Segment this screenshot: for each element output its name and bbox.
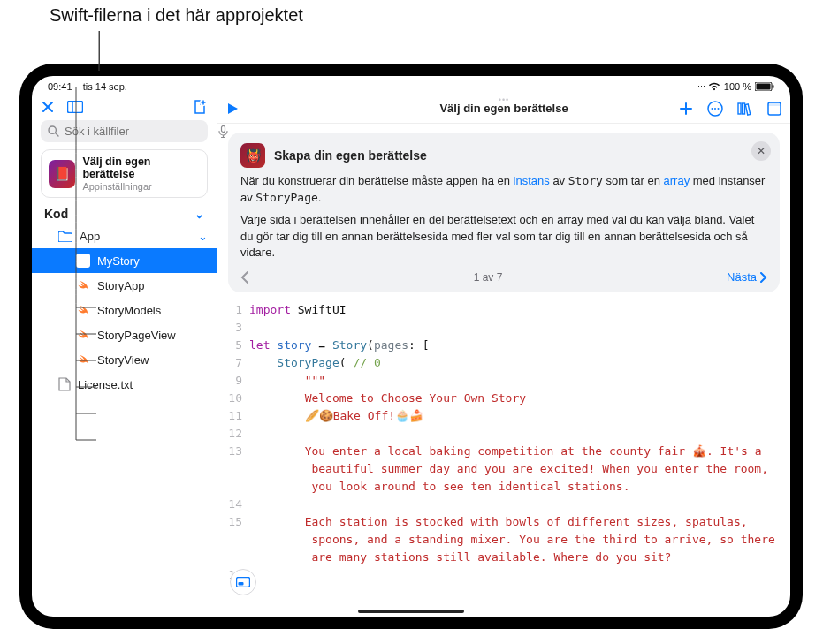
svg-point-16 bbox=[714, 108, 716, 110]
lesson-text: som tar en bbox=[603, 174, 664, 187]
swift-file-icon bbox=[76, 278, 90, 292]
file-row-storypageview[interactable]: StoryPageView bbox=[32, 322, 217, 347]
folder-label: App bbox=[80, 230, 100, 243]
new-file-icon[interactable] bbox=[192, 99, 208, 115]
chevron-down-icon: ⌄ bbox=[194, 208, 204, 221]
svg-rect-1 bbox=[757, 84, 771, 90]
lesson-title: Skapa din egen berättelse bbox=[274, 148, 427, 163]
lesson-pager: 1 av 7 Nästa bbox=[240, 270, 767, 284]
ipad-screen: 09:41 tis 14 sep. ⋯ 100 % bbox=[32, 76, 790, 617]
swift-file-icon bbox=[76, 328, 90, 342]
lesson-code-story: Story bbox=[568, 174, 603, 187]
file-row-mystory[interactable]: MyStory bbox=[32, 248, 217, 273]
battery-icon bbox=[755, 82, 774, 91]
status-bar: 09:41 tis 14 sep. ⋯ 100 % bbox=[32, 76, 790, 94]
status-left: 09:41 tis 14 sep. bbox=[48, 81, 127, 92]
svg-rect-18 bbox=[738, 103, 741, 114]
svg-point-15 bbox=[712, 108, 713, 110]
lesson-text: När du konstruerar din berättelse måste … bbox=[240, 174, 514, 187]
status-date: tis 14 sep. bbox=[83, 81, 127, 92]
file-label: StoryApp bbox=[97, 279, 144, 292]
swift-file-icon bbox=[76, 254, 90, 268]
lesson-link-instans[interactable]: instans bbox=[514, 174, 550, 187]
chevron-down-icon: ⌄ bbox=[198, 230, 208, 243]
folder-app[interactable]: App ⌄ bbox=[32, 224, 217, 248]
lesson-code-storypage: StoryPage bbox=[255, 191, 317, 204]
project-app-icon: 📕 bbox=[49, 160, 75, 188]
file-label: StoryModels bbox=[97, 304, 161, 317]
lesson-paragraph-2: Varje sida i berättelsen innehåller en d… bbox=[240, 212, 767, 262]
code-editor[interactable]: 1 3 5 7 9 10 11 12 13 14 15 bbox=[217, 298, 790, 617]
lesson-card: ✕ 👹 Skapa din egen berättelse När du kon… bbox=[228, 133, 780, 292]
svg-rect-22 bbox=[768, 102, 781, 106]
project-title: Välj din egen berättelse bbox=[82, 155, 200, 181]
lesson-body: När du konstruerar din berättelse måste … bbox=[240, 173, 767, 261]
close-icon[interactable] bbox=[41, 100, 55, 114]
section-label: Kod bbox=[44, 207, 68, 221]
preview-icon[interactable] bbox=[767, 101, 781, 117]
home-indicator[interactable] bbox=[358, 610, 464, 613]
svg-rect-24 bbox=[239, 582, 244, 586]
swift-file-icon bbox=[76, 352, 90, 367]
folder-icon bbox=[58, 231, 72, 242]
svg-line-7 bbox=[56, 133, 59, 137]
lesson-prev-button[interactable] bbox=[240, 271, 249, 284]
file-row-license[interactable]: License.txt bbox=[32, 372, 217, 397]
main-pane: ••• Välj din egen berättelse bbox=[217, 94, 790, 617]
ipad-device-frame: 09:41 tis 14 sep. ⋯ 100 % bbox=[19, 64, 803, 629]
lesson-close-button[interactable]: ✕ bbox=[751, 141, 771, 161]
file-row-storyview[interactable]: StoryView bbox=[32, 347, 217, 372]
project-subtitle: Appinställningar bbox=[82, 181, 200, 193]
lesson-next-label: Nästa bbox=[727, 270, 757, 284]
library-icon[interactable] bbox=[737, 101, 753, 117]
file-label: License.txt bbox=[78, 378, 133, 391]
svg-rect-19 bbox=[743, 103, 745, 114]
main-toolbar: ••• Välj din egen berättelse bbox=[217, 94, 790, 124]
svg-rect-2 bbox=[773, 85, 774, 88]
sidebar-section-kod[interactable]: Kod ⌄ bbox=[32, 205, 217, 224]
status-right: ⋯ 100 % bbox=[697, 81, 774, 92]
status-time: 09:41 bbox=[48, 81, 72, 92]
add-button[interactable] bbox=[679, 101, 693, 117]
file-label: StoryView bbox=[97, 353, 149, 367]
more-button[interactable] bbox=[707, 101, 723, 117]
lesson-next-button[interactable]: Nästa bbox=[727, 270, 767, 284]
search-input[interactable] bbox=[65, 125, 213, 138]
lesson-text: . bbox=[318, 191, 322, 204]
svg-rect-3 bbox=[68, 102, 83, 113]
file-label: MyStory bbox=[97, 254, 140, 268]
run-button[interactable] bbox=[226, 102, 239, 115]
wifi-icon bbox=[708, 82, 720, 91]
sidebar: 📕 Välj din egen berättelse Appinställnin… bbox=[32, 94, 217, 617]
svg-rect-20 bbox=[745, 103, 750, 114]
callout-label: Swift-filerna i det här approjektet bbox=[50, 5, 303, 26]
code-content[interactable]: import SwiftUI let story = Story(pages: … bbox=[249, 301, 790, 617]
file-row-storyapp[interactable]: StoryApp bbox=[32, 273, 217, 298]
search-icon bbox=[48, 125, 59, 137]
battery-label: 100 % bbox=[724, 81, 751, 92]
file-label: StoryPageView bbox=[97, 329, 176, 342]
text-file-icon bbox=[58, 377, 71, 391]
svg-rect-23 bbox=[237, 578, 250, 587]
svg-point-17 bbox=[718, 108, 720, 110]
handoff-icon: ⋯ bbox=[697, 82, 705, 91]
floating-panel-button[interactable] bbox=[230, 569, 256, 595]
lesson-text: av bbox=[550, 174, 568, 187]
swift-file-icon bbox=[76, 303, 90, 317]
sidebar-search[interactable] bbox=[41, 120, 208, 142]
lesson-link-array[interactable]: array bbox=[664, 174, 690, 187]
project-card[interactable]: 📕 Välj din egen berättelse Appinställnin… bbox=[41, 149, 208, 198]
sidebar-toggle-icon[interactable] bbox=[67, 100, 83, 114]
document-title: Välj din egen berättelse bbox=[439, 102, 568, 115]
lesson-pager-label: 1 av 7 bbox=[474, 271, 503, 284]
file-row-storymodels[interactable]: StoryModels bbox=[32, 298, 217, 322]
app-area: 📕 Välj din egen berättelse Appinställnin… bbox=[32, 94, 790, 617]
lesson-icon: 👹 bbox=[240, 143, 265, 168]
sidebar-toolbar bbox=[32, 97, 217, 120]
